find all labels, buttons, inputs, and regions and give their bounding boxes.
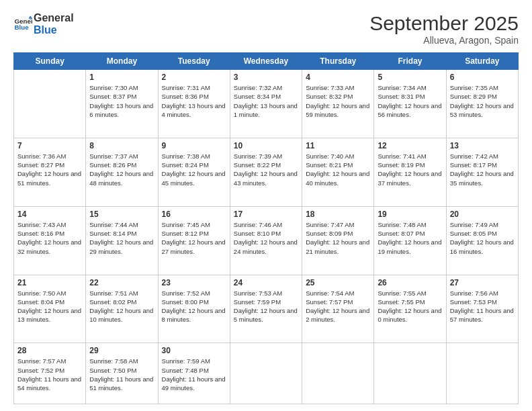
cell-info: Sunrise: 7:39 AM Sunset: 8:22 PM Dayligh…	[234, 152, 298, 187]
logo-blue: Blue	[34, 24, 74, 36]
location: Allueva, Aragon, Spain	[369, 35, 519, 46]
day-number: 3	[234, 73, 298, 82]
cell-info: Sunrise: 7:48 AM Sunset: 8:07 PM Dayligh…	[378, 220, 442, 256]
calendar-table: SundayMondayTuesdayWednesdayThursdayFrid…	[13, 52, 519, 404]
logo: General Blue General Blue	[13, 12, 74, 37]
cell-info: Sunrise: 7:47 AM Sunset: 8:09 PM Dayligh…	[306, 220, 370, 256]
day-number: 15	[89, 210, 154, 219]
weekday-monday: Monday	[86, 53, 158, 70]
calendar-cell	[446, 343, 518, 404]
calendar-cell: 7 Sunrise: 7:36 AM Sunset: 8:27 PM Dayli…	[14, 138, 86, 206]
day-number: 20	[450, 210, 515, 219]
day-number: 28	[17, 346, 82, 355]
calendar-cell: 25 Sunrise: 7:54 AM Sunset: 7:57 PM Dayl…	[302, 275, 374, 343]
calendar-cell: 20 Sunrise: 7:49 AM Sunset: 8:05 PM Dayl…	[446, 206, 518, 275]
cell-info: Sunrise: 7:55 AM Sunset: 7:55 PM Dayligh…	[378, 289, 442, 324]
calendar-cell: 10 Sunrise: 7:39 AM Sunset: 8:22 PM Dayl…	[230, 138, 302, 206]
day-number: 8	[89, 141, 154, 150]
calendar-cell: 16 Sunrise: 7:45 AM Sunset: 8:12 PM Dayl…	[158, 206, 230, 275]
cell-info: Sunrise: 7:36 AM Sunset: 8:27 PM Dayligh…	[17, 152, 82, 187]
day-number: 24	[234, 278, 298, 287]
cell-info: Sunrise: 7:34 AM Sunset: 8:31 PM Dayligh…	[378, 83, 442, 119]
cell-info: Sunrise: 7:37 AM Sunset: 8:26 PM Dayligh…	[89, 152, 154, 187]
cell-info: Sunrise: 7:46 AM Sunset: 8:10 PM Dayligh…	[234, 220, 298, 256]
day-number: 10	[234, 141, 298, 150]
logo-icon: General Blue	[13, 15, 32, 34]
calendar-cell: 17 Sunrise: 7:46 AM Sunset: 8:10 PM Dayl…	[230, 206, 302, 275]
cell-info: Sunrise: 7:52 AM Sunset: 8:00 PM Dayligh…	[162, 289, 226, 324]
cell-info: Sunrise: 7:35 AM Sunset: 8:29 PM Dayligh…	[450, 83, 515, 119]
calendar-cell: 23 Sunrise: 7:52 AM Sunset: 8:00 PM Dayl…	[158, 275, 230, 343]
day-number: 11	[306, 141, 370, 150]
day-number: 27	[450, 278, 515, 287]
calendar-cell: 9 Sunrise: 7:38 AM Sunset: 8:24 PM Dayli…	[158, 138, 230, 206]
cell-info: Sunrise: 7:53 AM Sunset: 7:59 PM Dayligh…	[234, 289, 298, 324]
cell-info: Sunrise: 7:51 AM Sunset: 8:02 PM Dayligh…	[89, 289, 154, 324]
header: General Blue General Blue September 2025…	[13, 12, 519, 46]
calendar-cell: 13 Sunrise: 7:42 AM Sunset: 8:17 PM Dayl…	[446, 138, 518, 206]
cell-info: Sunrise: 7:38 AM Sunset: 8:24 PM Dayligh…	[162, 152, 226, 187]
day-number: 25	[306, 278, 370, 287]
day-number: 2	[162, 73, 226, 82]
calendar-cell	[374, 343, 446, 404]
day-number: 9	[162, 141, 226, 150]
day-number: 6	[450, 73, 515, 82]
day-number: 22	[89, 278, 154, 287]
title-block: September 2025 Allueva, Aragon, Spain	[369, 12, 519, 46]
page: General Blue General Blue September 2025…	[0, 0, 532, 411]
weekday-header-row: SundayMondayTuesdayWednesdayThursdayFrid…	[14, 53, 519, 70]
calendar-cell: 26 Sunrise: 7:55 AM Sunset: 7:55 PM Dayl…	[374, 275, 446, 343]
calendar-cell	[302, 343, 374, 404]
cell-info: Sunrise: 7:44 AM Sunset: 8:14 PM Dayligh…	[89, 220, 154, 256]
cell-info: Sunrise: 7:58 AM Sunset: 7:50 PM Dayligh…	[89, 357, 154, 392]
cell-info: Sunrise: 7:49 AM Sunset: 8:05 PM Dayligh…	[450, 220, 515, 256]
calendar-cell: 5 Sunrise: 7:34 AM Sunset: 8:31 PM Dayli…	[374, 70, 446, 138]
cell-info: Sunrise: 7:59 AM Sunset: 7:48 PM Dayligh…	[162, 357, 226, 392]
cell-info: Sunrise: 7:45 AM Sunset: 8:12 PM Dayligh…	[162, 220, 226, 256]
calendar-cell: 29 Sunrise: 7:58 AM Sunset: 7:50 PM Dayl…	[86, 343, 158, 404]
cell-info: Sunrise: 7:54 AM Sunset: 7:57 PM Dayligh…	[306, 289, 370, 324]
calendar-cell: 6 Sunrise: 7:35 AM Sunset: 8:29 PM Dayli…	[446, 70, 518, 138]
calendar-cell: 30 Sunrise: 7:59 AM Sunset: 7:48 PM Dayl…	[158, 343, 230, 404]
day-number: 16	[162, 210, 226, 219]
week-row-1: 7 Sunrise: 7:36 AM Sunset: 8:27 PM Dayli…	[14, 138, 519, 206]
week-row-0: 1 Sunrise: 7:30 AM Sunset: 8:37 PM Dayli…	[14, 70, 519, 138]
day-number: 30	[162, 346, 226, 355]
calendar-cell: 14 Sunrise: 7:43 AM Sunset: 8:16 PM Dayl…	[14, 206, 86, 275]
calendar-cell: 24 Sunrise: 7:53 AM Sunset: 7:59 PM Dayl…	[230, 275, 302, 343]
week-row-2: 14 Sunrise: 7:43 AM Sunset: 8:16 PM Dayl…	[14, 206, 519, 275]
day-number: 23	[162, 278, 226, 287]
day-number: 18	[306, 210, 370, 219]
cell-info: Sunrise: 7:57 AM Sunset: 7:52 PM Dayligh…	[17, 357, 82, 392]
day-number: 29	[89, 346, 154, 355]
cell-info: Sunrise: 7:33 AM Sunset: 8:32 PM Dayligh…	[306, 83, 370, 119]
calendar-cell: 28 Sunrise: 7:57 AM Sunset: 7:52 PM Dayl…	[14, 343, 86, 404]
day-number: 1	[89, 73, 154, 82]
weekday-tuesday: Tuesday	[158, 53, 230, 70]
cell-info: Sunrise: 7:43 AM Sunset: 8:16 PM Dayligh…	[17, 220, 82, 256]
day-number: 13	[450, 141, 515, 150]
day-number: 17	[234, 210, 298, 219]
day-number: 5	[378, 73, 442, 82]
cell-info: Sunrise: 7:56 AM Sunset: 7:53 PM Dayligh…	[450, 289, 515, 324]
calendar-cell: 19 Sunrise: 7:48 AM Sunset: 8:07 PM Dayl…	[374, 206, 446, 275]
cell-info: Sunrise: 7:42 AM Sunset: 8:17 PM Dayligh…	[450, 152, 515, 187]
weekday-wednesday: Wednesday	[230, 53, 302, 70]
day-number: 12	[378, 141, 442, 150]
month-title: September 2025	[369, 12, 519, 35]
cell-info: Sunrise: 7:30 AM Sunset: 8:37 PM Dayligh…	[89, 83, 154, 119]
day-number: 21	[17, 278, 82, 287]
svg-text:Blue: Blue	[14, 24, 29, 32]
calendar-cell: 12 Sunrise: 7:41 AM Sunset: 8:19 PM Dayl…	[374, 138, 446, 206]
calendar-cell: 4 Sunrise: 7:33 AM Sunset: 8:32 PM Dayli…	[302, 70, 374, 138]
calendar-cell: 21 Sunrise: 7:50 AM Sunset: 8:04 PM Dayl…	[14, 275, 86, 343]
calendar-cell: 18 Sunrise: 7:47 AM Sunset: 8:09 PM Dayl…	[302, 206, 374, 275]
cell-info: Sunrise: 7:50 AM Sunset: 8:04 PM Dayligh…	[17, 289, 82, 324]
calendar-cell: 8 Sunrise: 7:37 AM Sunset: 8:26 PM Dayli…	[86, 138, 158, 206]
calendar-cell: 15 Sunrise: 7:44 AM Sunset: 8:14 PM Dayl…	[86, 206, 158, 275]
weekday-friday: Friday	[374, 53, 446, 70]
week-row-3: 21 Sunrise: 7:50 AM Sunset: 8:04 PM Dayl…	[14, 275, 519, 343]
cell-info: Sunrise: 7:40 AM Sunset: 8:21 PM Dayligh…	[306, 152, 370, 187]
calendar-cell: 27 Sunrise: 7:56 AM Sunset: 7:53 PM Dayl…	[446, 275, 518, 343]
day-number: 7	[17, 141, 82, 150]
